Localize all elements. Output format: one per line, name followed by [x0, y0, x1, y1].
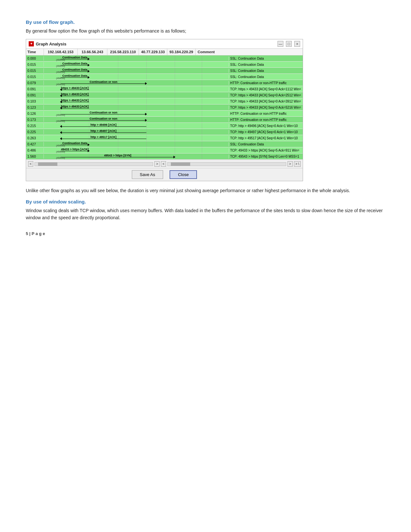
row-time: 0.215	[26, 123, 44, 128]
table-row: 0.215http > 49496 [ACK]TCP: http > 49496…	[26, 123, 303, 129]
window-title: Graph Analysis	[36, 42, 66, 46]
row-comment: TCP: https > 49433 [ACK] Seq=0 Ack=5216 …	[229, 105, 303, 110]
table-row: 0.015(49433)Continuation DataSSL: Contin…	[26, 62, 303, 68]
col-header-time: Time	[26, 49, 44, 55]
row-comment: SSL: Continuation Data	[229, 69, 303, 73]
table-row: 0.000(49433)Continuation DataSSL: Contin…	[26, 55, 303, 62]
col-header-ip3: 216.58.223.110	[107, 49, 139, 55]
table-row: 0.486(49433)49433 > https [ACK]TCP: 4943…	[26, 147, 303, 153]
table-row: 0.126(49433)Continuation or nonHTTP: Con…	[26, 111, 303, 117]
save-as-button[interactable]: Save As	[132, 170, 163, 179]
row-time: 0.126	[26, 111, 44, 116]
row-time: 0.103	[26, 99, 44, 103]
title-bar: ✦ Graph Analysis — □ ×	[26, 39, 303, 49]
row-comment: TCP: http > 49496 [ACK] Seq=0 Ack=1 Win=…	[229, 124, 303, 128]
h-scrollbar2[interactable]	[167, 162, 286, 166]
table-row: 0.173(49433)Continuation or nonHTTP: Con…	[26, 117, 303, 123]
row-time: 0.000	[26, 56, 44, 61]
table-row: 0.015(49433)Continuation DataSSL: Contin…	[26, 68, 303, 74]
row-time: 0.173	[26, 117, 44, 122]
table-row: 1.560(49433)49543 > https [SYN]TCP: 4954…	[26, 153, 303, 160]
row-time: 1.560	[26, 154, 44, 159]
title-bar-left: ✦ Graph Analysis	[29, 41, 66, 46]
row-flow: https > 49433 [ACK]	[44, 98, 229, 104]
scroll-nav-btn[interactable]: > \	[294, 161, 301, 167]
row-flow: (49433)Continuation Data	[44, 74, 229, 80]
close-button[interactable]: Close	[170, 170, 197, 179]
h-scroll-thumb[interactable]	[38, 163, 57, 166]
row-flow: https > 49433 [ACK]	[44, 104, 229, 110]
table-row: 0.103https > 49433 [ACK]TCP: https > 494…	[26, 98, 303, 104]
row-time: 0.091	[26, 87, 44, 91]
intro-text: By general flow option the flow graph of…	[26, 27, 385, 34]
table-row: 0.263http > 49517 [ACK]TCP: http > 49517…	[26, 135, 303, 141]
heading-window-scaling: By use of window scaling.	[26, 199, 385, 204]
row-time: 0.015	[26, 68, 44, 73]
row-time: 0.225	[26, 130, 44, 134]
table-row: 0.079(49433)Continuation or nonHTTP: Con…	[26, 80, 303, 86]
row-flow: http > 49497 [ACK]	[44, 129, 229, 135]
graph-area: Time 192.168.42.153 13.66.56.243 216.58.…	[26, 49, 303, 160]
row-time: 0.486	[26, 148, 44, 153]
page-footer: 5 | P a g e	[26, 231, 385, 236]
heading-flow-graph: By use of flow graph.	[26, 19, 385, 25]
row-comment: HTTP: Continuation or non-HTTP traffic	[229, 112, 303, 116]
row-comment: TCP: https > 49433 [ACK] Seq=0 Ack=3912 …	[229, 99, 303, 103]
maximize-button[interactable]: □	[286, 41, 292, 47]
row-flow: (49433)49543 > https [SYN]	[44, 153, 229, 159]
scroll-area[interactable]: < > < > > \	[26, 160, 303, 168]
col-header-ip4: 40.77.229.133	[139, 49, 167, 55]
row-time: 0.123	[26, 105, 44, 110]
row-comment: TCP: 49543 > https [SYN] Seq=0 Len=0 MSS…	[229, 154, 303, 159]
action-bar: Save As Close	[26, 168, 303, 181]
row-time: 0.427	[26, 142, 44, 146]
col-header-ip2: 13.66.56.243	[78, 49, 107, 55]
row-comment: TCP: https > 49433 [ACK] Seq=0 Ack=1112 …	[229, 87, 303, 91]
row-comment: TCP: http > 49497 [ACK] Seq=0 Ack=1 Win=…	[229, 130, 303, 134]
scroll-right2-btn[interactable]: <	[161, 161, 166, 167]
row-comment: TCP: https > 49433 [ACK] Seq=0 Ack=2512 …	[229, 93, 303, 97]
minimize-button[interactable]: —	[278, 41, 283, 47]
para2: Unlike other flow graphs as you will see…	[26, 187, 385, 194]
row-comment: TCP: http > 49517 [ACK] Seq=0 Ack=1 Win=…	[229, 136, 303, 140]
table-row: 0.123https > 49433 [ACK]TCP: https > 494…	[26, 104, 303, 111]
row-flow: (49433)Continuation Data	[44, 141, 229, 147]
flow-rows: 0.000(49433)Continuation DataSSL: Contin…	[26, 55, 303, 160]
table-row: 0.427(49433)Continuation DataSSL: Contin…	[26, 141, 303, 147]
row-comment: HTTP: Continuation or non-HTTP traffic	[229, 118, 303, 122]
row-flow: (49433)Continuation Data	[44, 62, 229, 67]
row-time: 0.091	[26, 93, 44, 97]
row-flow: (49433)Continuation or non	[44, 80, 229, 86]
table-row: 0.015(49433)Continuation DataSSL: Contin…	[26, 74, 303, 80]
row-time: 0.015	[26, 62, 44, 67]
row-flow: https > 49433 [ACK]	[44, 92, 229, 98]
column-headers: Time 192.168.42.153 13.66.56.243 216.58.…	[26, 49, 303, 55]
row-comment: TCP: 49433 > https [ACK] Seq=5 Ack=911 W…	[229, 148, 303, 153]
graph-analysis-window: ✦ Graph Analysis — □ × Time 192.168.42.1…	[26, 39, 303, 181]
scroll-left-btn[interactable]: <	[28, 161, 33, 167]
col-header-comment: Comment	[196, 49, 303, 55]
row-flow: http > 49517 [ACK]	[44, 135, 229, 141]
row-comment: SSL: Continuation Data	[229, 56, 303, 61]
scroll-right3-btn[interactable]: >	[288, 161, 293, 167]
h-scrollbar[interactable]	[34, 162, 153, 166]
row-flow: (49433)49433 > https [ACK]	[44, 147, 229, 153]
close-window-button[interactable]: ×	[294, 41, 300, 47]
table-row: 0.091https > 49433 [ACK]TCP: https > 494…	[26, 92, 303, 98]
col-header-ip5: 93.184.220.29	[167, 49, 196, 55]
col-header-ip1: 192.168.42.153	[44, 49, 78, 55]
row-comment: SSL: Continuation Data	[229, 63, 303, 67]
row-flow: https > 49433 [ACK]	[44, 86, 229, 92]
row-comment: HTTP: Continuation or non-HTTP traffic	[229, 81, 303, 85]
row-flow: (49433)Continuation or non	[44, 111, 229, 116]
row-time: 0.263	[26, 136, 44, 140]
row-comment: SSL: Continuation Data	[229, 142, 303, 146]
title-controls[interactable]: — □ ×	[278, 41, 300, 47]
h-scroll-thumb2[interactable]	[171, 163, 190, 166]
app-icon: ✦	[29, 41, 34, 46]
row-flow: http > 49496 [ACK]	[44, 123, 229, 129]
row-comment: SSL: Continuation Data	[229, 75, 303, 79]
scroll-right-btn[interactable]: >	[154, 161, 160, 167]
row-flow: (49433)Continuation Data	[44, 55, 229, 61]
row-time: 0.079	[26, 81, 44, 85]
